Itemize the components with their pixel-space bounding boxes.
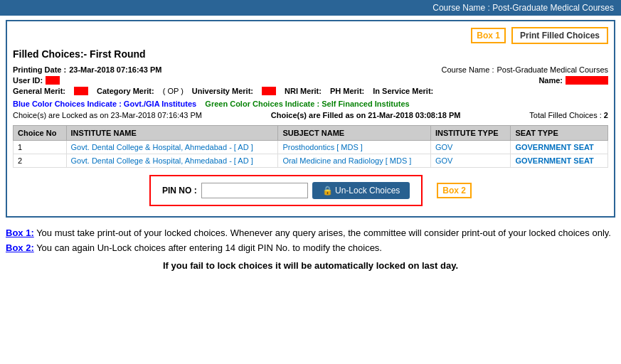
category-merit-value: ( OP ) <box>163 87 184 95</box>
col-seat-type: SEAT TYPE <box>511 126 608 141</box>
header-row: Box 1 Print Filled Choices <box>13 27 608 44</box>
general-merit-label: General Merit: <box>13 87 65 95</box>
cell-choice-no: 1 <box>14 141 67 154</box>
unlock-choices-button[interactable]: 🔒 Un-Lock Choices <box>312 182 410 199</box>
total-filled: Total Filled Choices : 2 <box>529 111 608 119</box>
box2-ref: Box 2: <box>6 242 34 253</box>
print-filled-choices-button[interactable]: Print Filled Choices <box>511 27 608 44</box>
cell-choice-no: 2 <box>14 154 67 168</box>
cell-institute-type: GOV <box>430 141 510 154</box>
cell-seat-type: GOVERNMENT SEAT <box>511 141 608 154</box>
main-panel: Box 1 Print Filled Choices Filled Choice… <box>6 20 615 218</box>
ph-merit-label: PH Merit: <box>330 87 364 95</box>
nri-merit-label: NRI Merit: <box>285 87 322 95</box>
university-merit-label: University Merit: <box>192 87 253 95</box>
university-merit-redacted <box>262 87 276 95</box>
cell-institute-name: Govt. Dental College & Hospital, Ahmedab… <box>66 141 278 154</box>
locked-text: Choice(s) are Locked as on 23-Mar-2018 0… <box>13 111 202 119</box>
user-id-redacted <box>46 76 60 85</box>
name-row: Name: <box>538 76 608 85</box>
filled-text: Choice(s) are Filled as on 21-Mar-2018 0… <box>271 111 461 119</box>
color-legend: Blue Color Choices Indicate : Govt./GIA … <box>13 100 608 108</box>
box2-explanation: Box 2: You can again Un-Lock choices aft… <box>6 241 615 256</box>
name-label: Name: <box>538 76 563 85</box>
cell-subject-name: Prosthodontics [ MDS ] <box>278 141 431 154</box>
user-id-row: User ID: <box>13 76 60 85</box>
table-row: 1 Govt. Dental College & Hospital, Ahmed… <box>14 141 608 154</box>
pin-section: PIN NO : 🔒 Un-Lock Choices <box>149 175 423 206</box>
box1-explanation: Box 1: You must take print-out of your l… <box>6 226 615 241</box>
box1-label: Box 1 <box>471 28 506 43</box>
cell-institute-name: Govt. Dental College & Hospital, Ahmedab… <box>66 154 278 168</box>
box2-desc: You can again Un-Lock choices after ente… <box>36 242 382 253</box>
blue-legend: Blue Color Choices Indicate : Govt./GIA … <box>13 100 196 108</box>
locked-row: Choice(s) are Locked as on 23-Mar-2018 0… <box>13 111 608 119</box>
cell-institute-type: GOV <box>430 154 510 168</box>
general-merit-redacted <box>74 87 88 95</box>
pin-label: PIN NO : <box>162 186 197 196</box>
col-institute-type: INSTITUTE TYPE <box>430 126 510 141</box>
box1-desc: You must take print-out of your locked c… <box>36 228 611 238</box>
name-redacted <box>566 76 608 85</box>
printing-date-label: Printing Date : <box>13 65 66 74</box>
box1-ref: Box 1: <box>6 228 34 238</box>
top-bar: Course Name : Post-Graduate Medical Cour… <box>0 0 621 16</box>
merit-row: General Merit: Category Merit: ( OP ) Un… <box>13 87 608 95</box>
printing-date-value: 23-Mar-2018 07:16:43 PM <box>69 65 161 74</box>
cell-seat-type: GOVERNMENT SEAT <box>511 154 608 168</box>
table-row: 2 Govt. Dental College & Hospital, Ahmed… <box>14 154 608 168</box>
in-service-merit-label: In Service Merit: <box>373 87 433 95</box>
box2-label: Box 2 <box>437 183 472 198</box>
bottom-text-section: Box 1: You must take print-out of your l… <box>0 222 621 277</box>
pin-input[interactable] <box>201 183 308 198</box>
course-name-label: Course Name : Post-Graduate Medical Cour… <box>432 3 614 13</box>
page-title: Filled Choices:- First Round <box>13 48 608 60</box>
warning-text: If you fail to lock choices it will be a… <box>6 259 615 274</box>
printing-date-row: Printing Date : 23-Mar-2018 07:16:43 PM <box>13 65 161 74</box>
category-merit-label: Category Merit: <box>97 87 154 95</box>
course-name-value: Post-Graduate Medical Courses <box>497 65 608 74</box>
col-subject-name: SUBJECT NAME <box>278 126 431 141</box>
choices-table: Choice No INSTITUTE NAME SUBJECT NAME IN… <box>13 125 608 168</box>
col-choice-no: Choice No <box>14 126 67 141</box>
cell-subject-name: Oral Medicine and Radiology [ MDS ] <box>278 154 431 168</box>
course-name-row: Course Name : Post-Graduate Medical Cour… <box>442 65 609 74</box>
col-institute-name: INSTITUTE NAME <box>66 126 278 141</box>
course-name-label2: Course Name : <box>442 65 494 74</box>
user-id-label: User ID: <box>13 76 43 85</box>
green-legend: Green Color Choices Indicate : Self Fina… <box>205 100 409 108</box>
